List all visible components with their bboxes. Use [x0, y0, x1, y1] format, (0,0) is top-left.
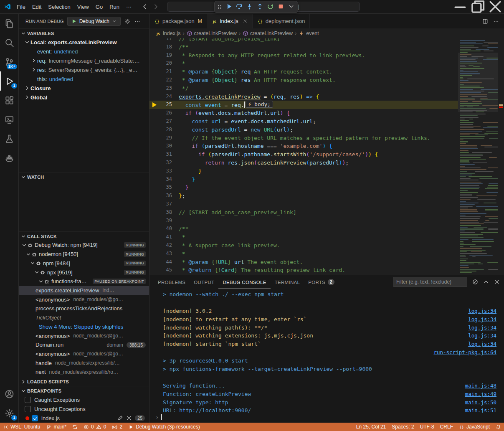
status-encoding[interactable]: UTF-8 — [417, 423, 437, 431]
inline-suggestion[interactable]: body; — [246, 101, 273, 108]
call-stack-row[interactable]: Show 4 More: Skipped by skipFiles — [19, 322, 149, 331]
layout-sidebar-right-button[interactable] — [440, 2, 446, 12]
minimap[interactable] — [458, 38, 498, 275]
call-stack-row[interactable]: <anonymous>node_modules/@go… — [19, 295, 149, 304]
breadcrumb[interactable]: JSindex.js›createLinkPreview›createLinkP… — [149, 28, 504, 38]
restart-button[interactable] — [266, 2, 275, 13]
launch-config-picker[interactable]: Debug Watch — [67, 17, 121, 26]
call-stack-row[interactable]: Debug Watch: npm [9419]RUNNING — [19, 241, 149, 250]
maximize-button[interactable] — [469, 0, 486, 13]
console-source-link[interactable]: main.js:50 — [457, 398, 496, 407]
views-more-actions-icon[interactable] — [134, 18, 141, 25]
console-source-link[interactable]: log.js:34 — [460, 332, 496, 340]
tab-deployment.json[interactable]: {}deployment.json — [253, 14, 310, 28]
menu-run[interactable]: Run — [106, 3, 123, 11]
activity-search[interactable] — [0, 33, 19, 52]
variable-row[interactable]: event:undefined — [19, 47, 149, 56]
breadcrumb-item[interactable]: createLinkPreview — [243, 30, 293, 36]
status-indentation[interactable]: Spaces: 2 — [389, 423, 417, 431]
activity-extensions[interactable] — [0, 91, 19, 110]
variable-row[interactable]: this:undefined — [19, 74, 149, 84]
breakpoint-row[interactable]: Caught Exceptions — [19, 395, 149, 404]
status-git-branch[interactable]: main* — [43, 423, 69, 431]
activity-source-control[interactable]: 1K+ — [0, 52, 19, 71]
overview-ruler[interactable] — [498, 38, 504, 275]
breakpoint-row[interactable]: index.js25 — [19, 413, 149, 423]
breakpoint-checkbox[interactable] — [25, 397, 31, 403]
debug-console-input[interactable]: › — [149, 413, 504, 422]
status-remote-indicator[interactable]: WSL: Ubuntu — [0, 423, 43, 431]
activity-manage[interactable]: 1 — [0, 403, 19, 423]
section-loaded-scripts[interactable]: LOADED SCRIPTS — [19, 377, 149, 386]
debug-console-output[interactable]: > nodemon --watch ./ --exec npm start [n… — [149, 289, 504, 413]
panel-tab-terminal[interactable]: TERMINAL — [271, 275, 304, 289]
call-stack-row[interactable]: Domain.rundomain388:15 — [19, 340, 149, 350]
call-stack-row[interactable]: TickObject — [19, 313, 149, 322]
panel-tab-problems[interactable]: PROBLEMS — [154, 275, 190, 289]
status-eol[interactable]: CRLF — [437, 423, 456, 431]
go-back-icon[interactable] — [141, 3, 149, 11]
variable-row[interactable]: Local: exports.createLinkPreview — [19, 38, 149, 47]
console-source-link[interactable]: log.js:34 — [460, 324, 496, 332]
stop-button[interactable] — [276, 2, 286, 13]
variable-row[interactable]: Global — [19, 93, 149, 102]
step-out-button[interactable] — [255, 2, 265, 13]
section-call-stack[interactable]: CALL STACK — [19, 231, 149, 241]
console-source-link[interactable]: log.js:34 — [460, 340, 496, 348]
panel-tab-output[interactable]: OUTPUT — [190, 275, 218, 289]
status-problems[interactable]: 00 — [81, 423, 109, 431]
layout-sidebar-left-button[interactable] — [428, 2, 434, 12]
tab-package.json[interactable]: {}package.jsonM — [149, 14, 207, 28]
activity-remote-explorer[interactable] — [0, 110, 19, 129]
console-source-link[interactable]: main.js:49 — [457, 390, 496, 398]
show-more-link[interactable]: Show 4 More: Skipped by skipFiles — [39, 324, 123, 330]
call-stack-row[interactable]: process.processTicksAndRejections — [19, 304, 149, 313]
panel-tab-ports[interactable]: PORTS2 — [304, 275, 339, 289]
variable-row[interactable]: req:IncomingMessage {_readableState:… — [19, 56, 149, 65]
continue-button[interactable] — [224, 2, 233, 13]
status-ports[interactable]: 2 — [109, 423, 125, 431]
breakpoint-row[interactable]: Uncaught Exceptions — [19, 404, 149, 413]
minimize-button[interactable] — [451, 0, 469, 13]
console-filter-input[interactable] — [393, 277, 467, 287]
activity-explorer[interactable] — [0, 14, 19, 33]
split-icon[interactable] — [482, 18, 488, 24]
status-cursor-position[interactable]: Ln 25, Col 21 — [353, 423, 389, 431]
breadcrumb-item[interactable]: event — [299, 30, 319, 36]
configure-gear-icon[interactable] — [124, 18, 131, 25]
menu-view[interactable]: View — [74, 3, 92, 11]
ellipsis-icon[interactable] — [493, 18, 499, 24]
debug-toolbar-chevron-icon[interactable] — [286, 2, 296, 13]
activity-accounts[interactable] — [0, 384, 19, 403]
start-debugging-icon[interactable] — [71, 18, 77, 25]
call-stack-row[interactable]: exports.createLinkPreviewind… — [19, 286, 149, 295]
close-panel-icon[interactable] — [494, 279, 500, 285]
menu-overflow[interactable]: ⋯ — [123, 3, 135, 11]
breadcrumb-item[interactable]: JSindex.js — [155, 30, 180, 36]
call-stack-row[interactable]: nodemon [9450]RUNNING — [19, 250, 149, 259]
maximize-panel-icon[interactable] — [483, 279, 489, 285]
activity-run-and-debug[interactable]: 1 — [0, 71, 19, 91]
step-over-button[interactable] — [234, 2, 244, 13]
status-language-mode[interactable]: {}JavaScript — [456, 423, 493, 431]
call-stack-row[interactable]: nextnode_modules/express/lib/ro… — [19, 368, 149, 377]
status-sync-changes[interactable] — [69, 423, 81, 431]
call-stack-row[interactable]: <anonymous>node_modules/@go… — [19, 331, 149, 340]
go-forward-icon[interactable] — [152, 3, 160, 11]
menu-go[interactable]: Go — [92, 3, 106, 11]
status-notifications[interactable] — [493, 423, 504, 431]
menu-file[interactable]: File — [13, 3, 29, 11]
section-breakpoints[interactable]: BREAKPOINTS — [19, 386, 149, 395]
breakpoint-checkbox[interactable] — [25, 406, 31, 412]
activity-containers[interactable] — [0, 148, 19, 167]
close-button[interactable] — [486, 0, 504, 13]
tab-index.js[interactable]: JSindex.js — [207, 14, 253, 28]
console-source-link[interactable]: log.js:34 — [460, 307, 496, 315]
activity-testing[interactable] — [0, 129, 19, 148]
console-source-link[interactable]: log.js:34 — [460, 315, 496, 324]
console-source-link[interactable]: run-script-pkg.js:64 — [425, 348, 496, 357]
console-source-link[interactable]: main.js:51 — [457, 406, 496, 413]
menu-edit[interactable]: Edit — [29, 3, 45, 11]
panel-tab-debug-console[interactable]: DEBUG CONSOLE — [218, 275, 270, 289]
breadcrumb-item[interactable]: createLinkPreview — [187, 30, 237, 36]
